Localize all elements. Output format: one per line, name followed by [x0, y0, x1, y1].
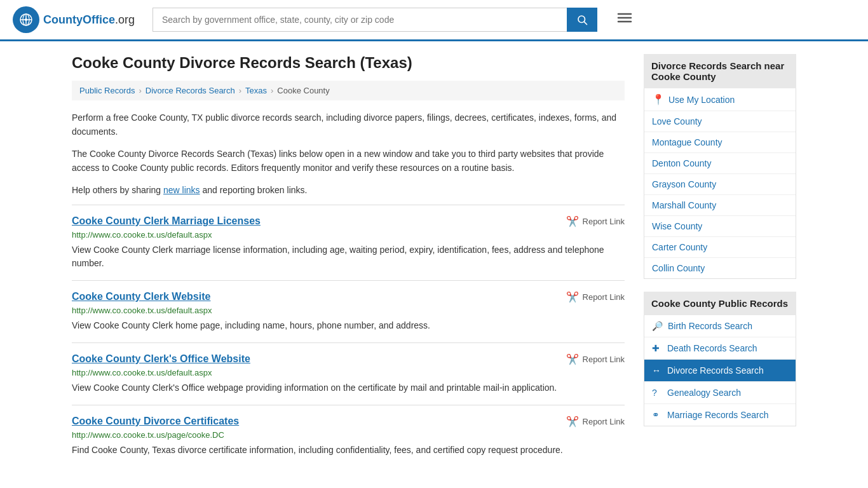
- report-icon-1: ✂️: [566, 291, 579, 303]
- sidebar-nearby-section: Divorce Records Search near Cooke County…: [644, 54, 796, 279]
- location-pin-icon: 📍: [652, 93, 665, 105]
- breadcrumb-sep-1: ›: [139, 86, 141, 95]
- report-link-2[interactable]: ✂️ Report Link: [566, 353, 625, 365]
- result-header-1: Cooke County Clerk Website ✂️ Report Lin…: [72, 291, 625, 303]
- sidebar-nearby-list: 📍 Use My Location Love County Montague C…: [644, 88, 796, 279]
- page-title: Cooke County Divorce Records Search (Tex…: [72, 54, 625, 72]
- result-url-0[interactable]: http://www.co.cooke.tx.us/default.aspx: [72, 230, 625, 240]
- breadcrumb: Public Records › Divorce Records Search …: [72, 81, 625, 100]
- main-container: Cooke County Divorce Records Search (Tex…: [59, 41, 809, 480]
- result-item-2: Cooke County Clerk's Office Website ✂️ R…: [72, 342, 625, 405]
- report-icon-3: ✂️: [566, 416, 579, 428]
- sidebar-divorce-records[interactable]: ↔ Divorce Records Search: [644, 360, 796, 382]
- result-item-0: Cooke County Clerk Marriage Licenses ✂️ …: [72, 205, 625, 280]
- result-item-1: Cooke County Clerk Website ✂️ Report Lin…: [72, 280, 625, 342]
- use-my-location-link[interactable]: Use My Location: [668, 95, 735, 105]
- breadcrumb-public-records[interactable]: Public Records: [79, 86, 135, 95]
- report-link-1[interactable]: ✂️ Report Link: [566, 291, 625, 303]
- svg-line-7: [584, 22, 587, 24]
- sidebar-item-collin-county[interactable]: Collin County: [644, 258, 796, 278]
- sidebar-item-carter-county[interactable]: Carter County: [644, 237, 796, 258]
- marriage-records-icon: ⚭: [652, 410, 662, 420]
- logo-name: CountyOffice: [43, 13, 115, 26]
- sidebar-death-records[interactable]: ✚ Death Records Search: [644, 337, 796, 360]
- sidebar-use-location[interactable]: 📍 Use My Location: [644, 88, 796, 111]
- desc-prefix: Help others by sharing: [72, 185, 163, 195]
- site-header: CountyOffice.org: [0, 0, 868, 41]
- divorce-records-label: Divorce Records Search: [667, 365, 764, 376]
- sidebar-item-denton-county[interactable]: Denton County: [644, 153, 796, 174]
- death-records-icon: ✚: [652, 343, 662, 353]
- result-desc-3: Find Cooke County, Texas divorce certifi…: [72, 444, 625, 457]
- result-url-3[interactable]: http://www.co.cooke.tx.us/page/cooke.DC: [72, 430, 625, 440]
- birth-records-label: Birth Records Search: [668, 321, 752, 331]
- results-list: Cooke County Clerk Marriage Licenses ✂️ …: [72, 205, 625, 467]
- result-title-1[interactable]: Cooke County Clerk Website: [72, 291, 210, 302]
- result-url-2[interactable]: http://www.co.cooke.tx.us/default.aspx: [72, 368, 625, 377]
- description-para2: The Cooke County Divorce Records Search …: [72, 147, 625, 175]
- sidebar-nearby-header: Divorce Records Search near Cooke County: [644, 54, 796, 88]
- report-label-3: Report Link: [583, 417, 625, 426]
- report-icon-0: ✂️: [566, 215, 579, 227]
- breadcrumb-divorce-records-search[interactable]: Divorce Records Search: [146, 86, 235, 95]
- sidebar-marriage-records[interactable]: ⚭ Marriage Records Search: [644, 404, 796, 426]
- report-icon-2: ✂️: [566, 353, 579, 365]
- report-label-0: Report Link: [583, 217, 625, 226]
- search-area: [153, 8, 597, 32]
- search-input[interactable]: [153, 8, 567, 32]
- sidebar-item-wise-county[interactable]: Wise County: [644, 216, 796, 237]
- logo-suffix: .org: [115, 13, 135, 26]
- sidebar-birth-records[interactable]: 🔎 Birth Records Search: [644, 315, 796, 337]
- result-header-0: Cooke County Clerk Marriage Licenses ✂️ …: [72, 215, 625, 227]
- result-url-1[interactable]: http://www.co.cooke.tx.us/default.aspx: [72, 306, 625, 315]
- sidebar-item-love-county[interactable]: Love County: [644, 111, 796, 132]
- new-links-link[interactable]: new links: [163, 185, 200, 195]
- result-item-3: Cooke County Divorce Certificates ✂️ Rep…: [72, 405, 625, 467]
- result-title-2[interactable]: Cooke County Clerk's Office Website: [72, 353, 250, 365]
- breadcrumb-cooke-county: Cooke County: [277, 86, 329, 95]
- birth-records-icon: 🔎: [652, 321, 663, 331]
- result-title-0[interactable]: Cooke County Clerk Marriage Licenses: [72, 215, 261, 227]
- description-para3: Help others by sharing new links and rep…: [72, 183, 625, 197]
- genealogy-icon: ?: [652, 388, 662, 398]
- sidebar-item-marshall-county[interactable]: Marshall County: [644, 195, 796, 216]
- result-header-2: Cooke County Clerk's Office Website ✂️ R…: [72, 353, 625, 365]
- report-link-3[interactable]: ✂️ Report Link: [566, 416, 625, 428]
- breadcrumb-sep-2: ›: [239, 86, 241, 95]
- sidebar-public-records-header: Cooke County Public Records: [644, 292, 796, 315]
- result-header-3: Cooke County Divorce Certificates ✂️ Rep…: [72, 416, 625, 428]
- marriage-records-label: Marriage Records Search: [667, 410, 769, 420]
- sidebar: Divorce Records Search near Cooke County…: [644, 54, 796, 467]
- logo-text: CountyOffice.org: [43, 13, 135, 27]
- logo-area: CountyOffice.org: [13, 6, 140, 33]
- menu-button[interactable]: [616, 10, 633, 30]
- sidebar-public-records-list: 🔎 Birth Records Search ✚ Death Records S…: [644, 315, 796, 426]
- genealogy-label: Genealogy Search: [667, 388, 741, 398]
- logo-icon: [13, 6, 39, 33]
- breadcrumb-texas[interactable]: Texas: [245, 86, 267, 95]
- death-records-label: Death Records Search: [667, 343, 757, 353]
- result-desc-0: View Cooke County Clerk marriage license…: [72, 243, 625, 270]
- sidebar-item-grayson-county[interactable]: Grayson County: [644, 174, 796, 195]
- result-desc-2: View Cooke County Clerk's Office webpage…: [72, 381, 625, 395]
- breadcrumb-sep-3: ›: [271, 86, 273, 95]
- report-label-2: Report Link: [583, 355, 625, 364]
- report-link-0[interactable]: ✂️ Report Link: [566, 215, 625, 227]
- sidebar-genealogy-search[interactable]: ? Genealogy Search: [644, 382, 796, 404]
- result-title-3[interactable]: Cooke County Divorce Certificates: [72, 416, 239, 427]
- search-button[interactable]: [567, 8, 597, 32]
- description-para1: Perform a free Cooke County, TX public d…: [72, 111, 625, 139]
- report-label-1: Report Link: [583, 292, 625, 302]
- desc-suffix: and reporting broken links.: [200, 185, 308, 195]
- result-desc-1: View Cooke County Clerk home page, inclu…: [72, 319, 625, 332]
- svg-point-5: [25, 18, 27, 21]
- sidebar-item-montague-county[interactable]: Montague County: [644, 132, 796, 153]
- main-content: Cooke County Divorce Records Search (Tex…: [72, 54, 625, 467]
- divorce-records-icon: ↔: [652, 365, 662, 376]
- sidebar-public-records-section: Cooke County Public Records 🔎 Birth Reco…: [644, 292, 796, 426]
